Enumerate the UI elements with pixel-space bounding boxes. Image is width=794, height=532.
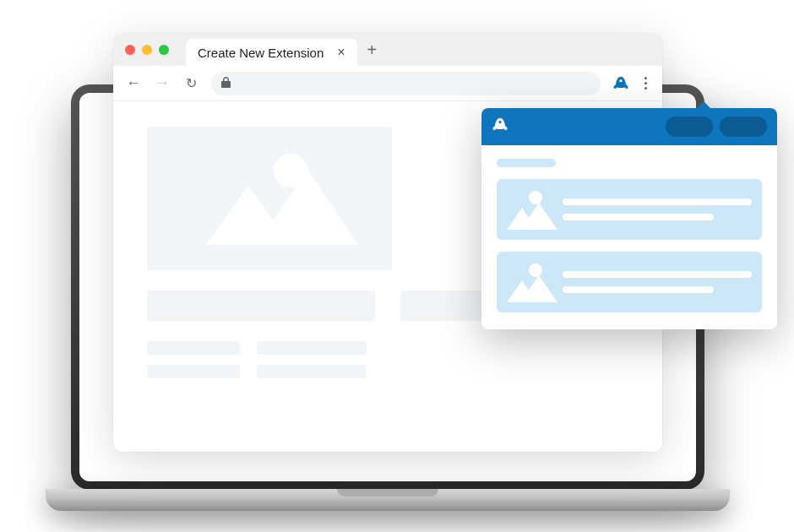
tab-title: Create New Extension [198, 46, 324, 60]
popup-card[interactable] [497, 179, 762, 240]
text-placeholder [147, 341, 240, 355]
card-text-placeholder [563, 271, 752, 293]
card-image-placeholder [507, 262, 551, 302]
extension-popup [481, 108, 777, 329]
window-controls [125, 45, 169, 55]
card-image-placeholder [507, 189, 551, 230]
extension-rocket-icon[interactable] [612, 75, 629, 92]
popup-header [481, 108, 777, 145]
text-placeholder [257, 341, 367, 355]
browser-tab[interactable]: Create New Extension × [186, 39, 357, 66]
popup-body [481, 145, 777, 329]
laptop-base [46, 489, 730, 511]
forward-button[interactable]: → [154, 74, 171, 92]
card-text-placeholder [563, 198, 752, 220]
new-tab-button[interactable]: + [367, 41, 378, 60]
popup-header-button[interactable] [666, 117, 713, 137]
text-placeholder [147, 365, 240, 378]
content-block-placeholder [147, 290, 375, 321]
text-placeholder [257, 365, 367, 378]
close-window-button[interactable] [125, 45, 135, 55]
laptop-notch [337, 489, 438, 497]
reload-button[interactable]: ↻ [182, 75, 199, 91]
rocket-icon [492, 117, 508, 137]
back-button[interactable]: ← [125, 74, 142, 92]
popup-section-label [497, 159, 556, 167]
address-bar[interactable] [211, 72, 601, 95]
minimize-window-button[interactable] [142, 45, 152, 55]
lock-icon [221, 77, 231, 90]
browser-titlebar: Create New Extension × + [113, 34, 662, 66]
hero-image-placeholder [147, 127, 392, 270]
browser-toolbar: ← → ↻ [113, 66, 662, 101]
popup-header-button[interactable] [720, 117, 767, 137]
popup-card[interactable] [497, 252, 762, 312]
maximize-window-button[interactable] [159, 45, 169, 55]
browser-menu-button[interactable] [641, 73, 650, 93]
tab-close-button[interactable]: × [337, 46, 345, 59]
